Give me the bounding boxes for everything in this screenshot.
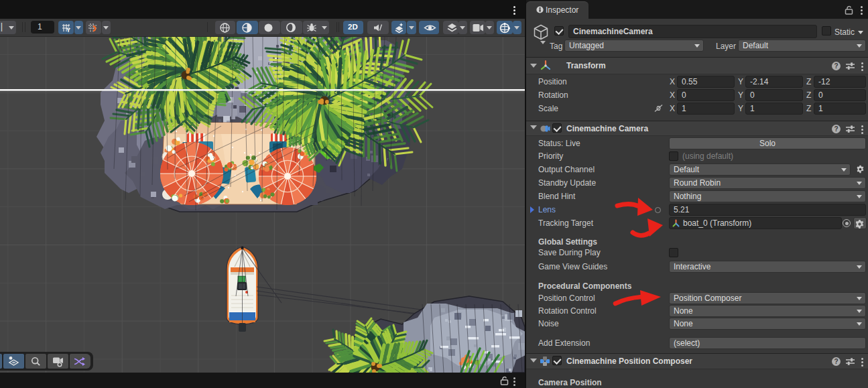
svg-text:Y: Y	[66, 27, 70, 33]
